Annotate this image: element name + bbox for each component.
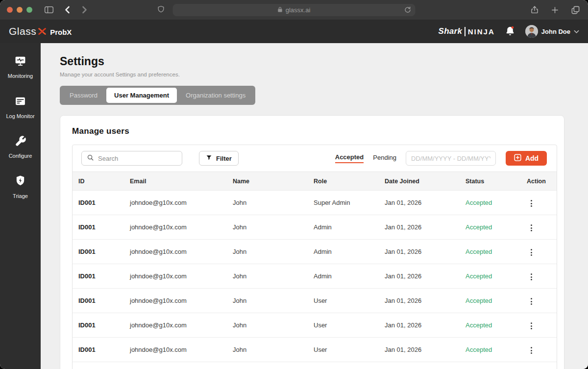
brand-divider [465,27,466,36]
logo-probx-text: ProbX [50,28,72,36]
share-icon[interactable] [530,5,539,15]
sidebar-item-label: Triage [13,193,28,199]
cell-id: ID001 [73,199,124,206]
cell-role: Admin [308,248,379,255]
cell-role: Admin [308,223,379,231]
browser-window: glassx.ai [0,0,588,369]
cell-id: ID001 [73,346,124,353]
glassx-logo: Glass ProbX [9,25,72,37]
filter-accepted[interactable]: Accepted [335,153,364,163]
cell-date: Jan 01, 2026 [379,223,460,231]
sharkninja-logo: Shark NINJA [439,26,495,36]
back-icon[interactable] [64,5,72,14]
filter-button[interactable]: Filter [199,151,239,166]
forward-icon[interactable] [80,5,88,14]
cell-name: John [227,272,308,280]
wrench-icon [15,135,26,149]
cell-name: John [227,321,308,329]
sidebar-item-label: Log Monitor [6,113,34,119]
reload-icon[interactable] [404,6,412,15]
table-row: ID001 johndoe@g10x.com John Admin Jan 01… [73,239,557,264]
cell-name: John [227,297,308,304]
table-row: ID001 johndoe@g10x.com John Admin Jan 01… [73,264,557,288]
tab-organization-settings[interactable]: Organization settings [178,88,253,103]
row-actions-kebab-icon[interactable] [527,271,536,283]
browser-chrome: glassx.ai [0,0,588,20]
url-bar[interactable]: glassx.ai [173,4,416,16]
tab-overview-icon[interactable] [571,5,580,15]
cell-role: User [308,346,379,353]
row-actions-kebab-icon[interactable] [527,221,536,234]
search-field[interactable] [98,155,177,162]
col-header-status: Status [460,178,521,185]
row-actions-kebab-icon[interactable] [527,320,536,332]
settings-tabs: Password User Management Organization se… [60,86,255,105]
sidebar-toggle-icon[interactable] [44,5,54,14]
sidebar-item-label: Configure [9,153,32,159]
filter-pending[interactable]: Pending [373,154,396,163]
filter-funnel-icon [206,154,212,162]
table-body: ID001 johndoe@g10x.com John Super Admin … [73,190,557,369]
cell-date: Jan 01, 2026 [379,248,460,255]
cell-email: johndoe@g10x.com [124,248,227,255]
cell-id: ID001 [73,321,124,329]
cell-id: ID001 [73,297,124,304]
cell-role: Admin [308,272,379,280]
cell-date: Jan 01, 2026 [379,272,460,280]
notifications-bell-icon[interactable] [505,25,515,37]
status-badge: Accepted [460,297,521,304]
table-row: ID001 johndoe@g10x.com John Admin Jan 01… [73,215,557,239]
log-list-icon [14,95,26,109]
sidebar-item-triage[interactable]: Triage [0,175,41,199]
add-user-button[interactable]: Add [506,151,547,166]
tab-user-management[interactable]: User Management [106,88,177,103]
monitor-pulse-icon [14,55,26,69]
cell-id: ID001 [73,248,124,255]
users-table-container: Filter Accepted Pending [72,145,557,369]
logo-glass-text: Glass [9,25,36,37]
tab-password[interactable]: Password [62,88,105,103]
page-subtitle: Manage your account Settings and prefere… [60,72,564,77]
row-actions-kebab-icon[interactable] [527,197,536,210]
status-badge: Accepted [460,223,521,231]
row-actions-kebab-icon[interactable] [527,295,536,308]
table-row: ID001 johndoe@g10x.com John User Jan 01,… [73,337,557,362]
cell-id: ID001 [73,272,124,280]
status-badge: Accepted [460,248,521,255]
row-actions-kebab-icon[interactable] [527,246,536,259]
col-header-date: Date Joined [379,178,460,185]
sidebar-item-log-monitor[interactable]: Log Monitor [0,95,41,119]
table-row: ID001 johndoe@g10x.com John User Jan 01,… [73,362,557,369]
privacy-shield-icon[interactable] [157,4,165,14]
app-header: Glass ProbX Shark NINJA [0,20,588,43]
cell-date: Jan 01, 2026 [379,346,460,353]
status-badge: Accepted [460,321,521,329]
cell-email: johndoe@g10x.com [124,321,227,329]
chrome-toolbar-right [530,0,580,20]
plus-square-icon [514,154,521,163]
new-tab-icon[interactable] [551,6,559,14]
user-menu[interactable]: John Doe [525,25,579,38]
cell-date: Jan 01, 2026 [379,321,460,329]
sidebar-item-monitoring[interactable]: Monitoring [0,55,41,79]
date-range-input[interactable] [406,151,496,166]
shield-bolt-icon [15,175,26,189]
minimize-window-button[interactable] [17,7,23,13]
cell-role: User [308,321,379,329]
zoom-window-button[interactable] [26,7,32,13]
status-badge: Accepted [460,199,521,206]
table-toolbar: Filter Accepted Pending [73,145,557,172]
chevron-down-icon [574,27,579,36]
search-input[interactable] [81,151,182,166]
cell-date: Jan 01, 2026 [379,297,460,304]
sidebar-item-configure[interactable]: Configure [0,135,41,159]
row-actions-kebab-icon[interactable] [527,344,536,357]
close-window-button[interactable] [7,7,13,13]
cell-email: johndoe@g10x.com [124,223,227,231]
col-header-name: Name [227,178,308,185]
user-name: John Doe [541,28,570,35]
status-badge: Accepted [460,272,521,280]
table-row: ID001 johndoe@g10x.com John User Jan 01,… [73,313,557,337]
col-header-email: Email [124,178,227,185]
cell-id: ID001 [73,223,124,231]
